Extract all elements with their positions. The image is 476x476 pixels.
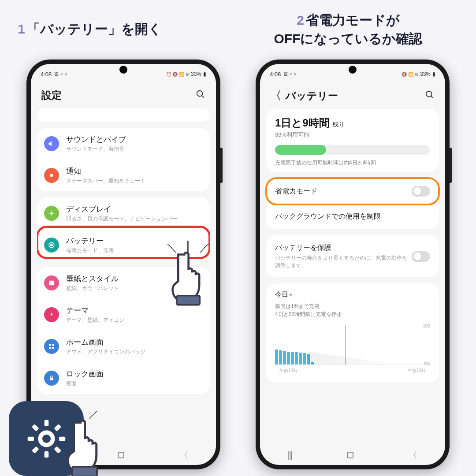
battery-summary-card: 1日と9時間残り 33%利用可能 充電完了後の使用可能時間は約4日と4時間	[266, 109, 439, 172]
today-dropdown[interactable]: 今日	[275, 290, 430, 299]
protect-toggle[interactable]	[412, 251, 430, 262]
svg-point-2	[50, 174, 53, 177]
list-card-partial	[37, 108, 210, 122]
svg-rect-24	[31, 446, 39, 454]
nav-recent-button[interactable]: |||	[288, 450, 292, 460]
step-1-number: 1	[18, 22, 25, 36]
full-charge-note: 充電完了後の使用可能時間は約4日と4時間	[275, 159, 430, 167]
protect-sub: バッテリーの寿命をより長くするために、充電の動作を調整します。	[275, 254, 412, 269]
svg-rect-13	[49, 347, 51, 349]
svg-line-17	[431, 96, 433, 98]
item-sub: 明るさ、目の保護モード、ナビゲーションバー	[66, 215, 203, 223]
page-title: バッテリー	[286, 89, 338, 103]
step-2-label: 2省電力モードが OFFになっているか確認	[238, 11, 458, 48]
svg-rect-19	[44, 420, 48, 426]
today-line2: 4日と22時間前に充電を停止	[275, 310, 430, 318]
x-axis-labels: 午前12時 午後12時	[275, 368, 430, 374]
search-icon[interactable]	[196, 89, 205, 101]
svg-rect-27	[72, 467, 97, 476]
item-sub: サウンドモード、着信音	[66, 145, 203, 153]
graph-now-line	[346, 325, 346, 364]
svg-point-16	[426, 91, 432, 97]
battery-icon: ▮	[203, 71, 206, 77]
status-time: 4:08	[270, 71, 281, 78]
svg-rect-11	[49, 344, 51, 346]
status-battery-text: 33%	[420, 71, 431, 77]
item-title: 通知	[66, 166, 203, 176]
phone-frame-right: 4:08 🖼 ✓ ≡ 🔇 📶 ⊘ 33% ▮ 〈 バッテリー 1日と9時間残り	[256, 60, 450, 469]
status-left-icons: 🖼 ✓ ≡	[283, 72, 296, 77]
y-axis-min: 0%	[424, 361, 430, 366]
nav-home-button[interactable]	[347, 452, 353, 458]
y-axis-max: 100	[423, 324, 430, 328]
svg-rect-20	[44, 451, 48, 457]
nav-home-button[interactable]	[118, 452, 124, 458]
step-2-number: 2	[297, 13, 304, 27]
page-title: 設定	[41, 89, 62, 102]
background-limit-row[interactable]: バックグラウンドでの使用を制限	[266, 204, 439, 229]
protect-title: バッテリーを保護	[275, 243, 412, 253]
svg-rect-12	[52, 344, 54, 346]
nav-back-button[interactable]: 〈	[409, 449, 417, 461]
status-right-icons: 🔇 📶 ⊘	[402, 72, 418, 77]
power-saving-row[interactable]: 省電力モード	[266, 178, 439, 205]
sound-icon	[44, 136, 59, 151]
home-icon	[44, 339, 59, 354]
item-title: ロック画面	[66, 369, 203, 379]
item-sub: ステータスバー、通知をミュート	[66, 177, 203, 185]
svg-rect-14	[52, 347, 54, 349]
graph-bars	[275, 325, 314, 364]
item-title: サウンドとバイブ	[66, 134, 203, 145]
background-limit-label: バックグラウンドでの使用を制限	[275, 212, 381, 221]
graph-slope	[308, 351, 387, 364]
tap-hand-icon-2	[57, 414, 115, 476]
svg-rect-10	[49, 281, 54, 286]
status-battery-text: 33%	[191, 71, 201, 77]
item-sub: テーマ、壁紙、アイコン	[66, 316, 203, 324]
tap-hand-icon	[163, 247, 216, 309]
item-sub: アウト、アプリアイコンのバッジ	[66, 348, 203, 356]
wallpaper-icon	[44, 275, 59, 290]
item-sub: 画面	[66, 380, 203, 387]
svg-rect-15	[50, 378, 53, 380]
svg-rect-18	[177, 296, 200, 305]
settings-item-notifications[interactable]: 通知 ステータスバー、通知をミュート	[37, 160, 210, 191]
battery-settings-icon	[44, 238, 59, 253]
screen-battery: 4:08 🖼 ✓ ≡ 🔇 📶 ⊘ 33% ▮ 〈 バッテリー 1日と9時間残り	[260, 64, 445, 465]
status-left-icons: 🖼 ✓ ≡	[54, 72, 67, 77]
battery-header: 〈 バッテリー	[260, 81, 445, 109]
step-1-label: 1「バッテリー」を開く	[18, 20, 162, 38]
settings-item-home[interactable]: ホーム画面 アウト、アプリアイコンのバッジ	[37, 331, 210, 362]
settings-item-display[interactable]: ディスプレイ 明るさ、目の保護モード、ナビゲーションバー	[37, 197, 210, 229]
svg-rect-21	[27, 436, 33, 441]
protect-battery-row[interactable]: バッテリーを保護 バッテリーの寿命をより長くするために、充電の動作を調整します。	[266, 235, 439, 277]
back-button[interactable]: 〈	[271, 89, 281, 103]
display-icon	[44, 206, 59, 221]
today-line1: 前回は1%まで充電	[275, 302, 430, 310]
power-saving-label: 省電力モード	[275, 187, 317, 196]
battery-bar-fill	[275, 145, 326, 155]
percent-available: 33%利用可能	[275, 131, 430, 139]
settings-item-sound[interactable]: サウンドとバイブ サウンドモード、着信音	[37, 128, 210, 160]
power-saving-toggle[interactable]	[412, 186, 430, 197]
svg-point-3	[50, 212, 52, 214]
item-title: ディスプレイ	[66, 204, 203, 214]
list-card-1: サウンドとバイブ サウンドモード、着信音 通知 ステータスバー、通知をミュート	[37, 128, 210, 191]
svg-line-1	[202, 96, 204, 98]
nav-back-button[interactable]: 〈	[179, 449, 188, 461]
settings-header: 設定	[31, 81, 216, 108]
battery-content[interactable]: 1日と9時間残り 33%利用可能 充電完了後の使用可能時間は約4日と4時間 省電…	[260, 109, 445, 383]
status-time: 4:08	[41, 71, 52, 78]
item-title: ホーム画面	[66, 337, 203, 347]
search-icon[interactable]	[425, 90, 435, 102]
battery-bar	[275, 145, 430, 155]
notification-icon	[44, 168, 59, 183]
svg-point-9	[51, 244, 53, 246]
step-2-text-line2: OFFになっているか確認	[274, 31, 423, 46]
svg-point-0	[197, 91, 203, 97]
battery-icon: ▮	[432, 71, 435, 77]
settings-item-lockscreen[interactable]: ロック画面 画面	[37, 362, 210, 394]
usage-graph: 100 0%	[275, 325, 430, 365]
time-remaining: 1日と9時間残り	[275, 116, 430, 130]
today-card[interactable]: 今日 前回は1%まで充電 4日と22時間前に充電を停止 100 0%	[266, 283, 439, 383]
